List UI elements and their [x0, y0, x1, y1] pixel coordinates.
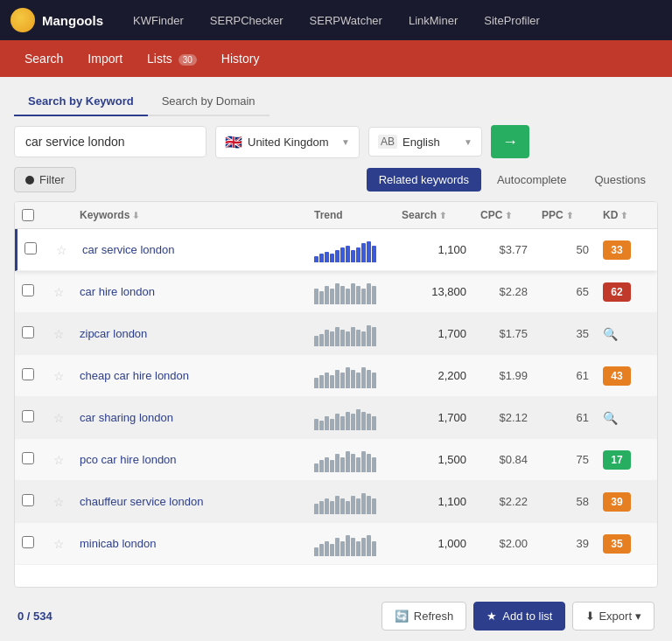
- row-checkbox[interactable]: [22, 536, 34, 548]
- table-row: ☆ zipcar london 1,700 $1.75 35 🔍: [15, 313, 657, 355]
- row-checkbox[interactable]: [22, 494, 34, 506]
- filter-button[interactable]: Filter: [14, 167, 76, 192]
- sub-nav-search[interactable]: Search: [14, 46, 74, 71]
- row-cpc-cell: $2.22: [473, 491, 535, 512]
- row-ppc-cell: 61: [535, 366, 596, 386]
- th-kd[interactable]: KD ⬆: [596, 209, 657, 221]
- uk-flag-icon: 🇬🇧: [225, 134, 242, 150]
- trend-bars: [314, 448, 388, 472]
- row-keyword-cell: car hire london: [73, 282, 307, 302]
- row-checkbox-cell[interactable]: [15, 449, 46, 470]
- row-cpc-cell: $2.00: [473, 533, 535, 554]
- keyword-text[interactable]: car sharing london: [80, 411, 173, 424]
- th-trend: Trend: [307, 209, 395, 221]
- trend-bars: [314, 238, 388, 262]
- row-checkbox[interactable]: [22, 284, 34, 296]
- keyword-text[interactable]: car service london: [82, 243, 175, 256]
- table-row: ☆ cheap car hire london 2,200 $1.99 61 4…: [15, 355, 657, 397]
- sub-nav-history[interactable]: History: [211, 46, 270, 71]
- keyword-text[interactable]: car hire london: [80, 285, 155, 298]
- row-checkbox-cell[interactable]: [18, 239, 49, 261]
- country-select[interactable]: 🇬🇧 United Kingdom ▼: [215, 126, 360, 158]
- ktype-related[interactable]: Related keywords: [367, 168, 481, 192]
- row-checkbox[interactable]: [22, 452, 34, 464]
- star-icon[interactable]: ☆: [53, 411, 65, 425]
- keyword-text[interactable]: cheap car hire london: [80, 369, 189, 382]
- row-checkbox[interactable]: [24, 242, 37, 254]
- keyword-text[interactable]: chauffeur service london: [80, 495, 203, 508]
- row-checkbox-cell[interactable]: [15, 281, 46, 303]
- keyword-text[interactable]: zipcar london: [80, 327, 147, 340]
- row-checkbox[interactable]: [22, 326, 34, 338]
- logo-area: Mangools: [10, 8, 103, 32]
- star-icon[interactable]: ☆: [53, 285, 65, 299]
- keyword-input[interactable]: [25, 135, 195, 149]
- lists-badge: 30: [178, 54, 197, 66]
- star-icon[interactable]: ☆: [53, 369, 65, 383]
- row-checkbox-cell[interactable]: [15, 407, 46, 428]
- row-cpc-cell: $1.99: [473, 366, 535, 386]
- row-search-cell: 1,500: [395, 449, 473, 470]
- logo-text: Mangools: [42, 13, 103, 28]
- keyword-input-wrap[interactable]: [14, 126, 206, 157]
- row-star-cell[interactable]: ☆: [49, 240, 75, 261]
- result-count: 0 / 534: [18, 610, 52, 623]
- star-icon[interactable]: ☆: [53, 495, 65, 509]
- nav-kwfinder[interactable]: KWFinder: [122, 9, 194, 32]
- row-checkbox-cell[interactable]: [15, 491, 46, 512]
- star-icon[interactable]: ☆: [53, 453, 65, 467]
- row-checkbox[interactable]: [22, 368, 34, 380]
- row-trend-cell: [307, 444, 395, 476]
- row-kd-cell: 🔍: [596, 408, 657, 428]
- trend-bars: [314, 364, 388, 388]
- language-dropdown-arrow: ▼: [464, 137, 472, 147]
- nav-serpwatcher[interactable]: SERPWatcher: [299, 9, 393, 32]
- kd-badge: 33: [603, 240, 631, 260]
- nav-linkminer[interactable]: LinkMiner: [398, 9, 468, 32]
- star-icon[interactable]: ☆: [56, 243, 67, 257]
- ktype-autocomplete[interactable]: Autocomplete: [485, 168, 579, 192]
- row-star-cell[interactable]: ☆: [46, 282, 73, 303]
- export-button[interactable]: ⬇ Export ▾: [572, 602, 654, 631]
- star-icon[interactable]: ☆: [53, 537, 65, 551]
- main-content: Search by Keyword Search by Domain 🇬🇧 Un…: [0, 77, 672, 641]
- th-keywords[interactable]: Keywords ⬇: [73, 209, 307, 221]
- row-checkbox-cell[interactable]: [15, 323, 46, 345]
- header-checkbox[interactable]: [22, 209, 34, 221]
- row-star-cell[interactable]: ☆: [46, 533, 73, 554]
- row-checkbox[interactable]: [22, 410, 34, 422]
- th-search[interactable]: Search ⬆: [395, 209, 473, 221]
- sub-nav-lists[interactable]: Lists 30: [136, 46, 207, 71]
- nav-siteprofiler[interactable]: SiteProfiler: [473, 9, 550, 32]
- th-ppc[interactable]: PPC ⬆: [535, 209, 596, 221]
- language-select[interactable]: AB English ▼: [368, 127, 482, 157]
- tab-search-by-domain[interactable]: Search by Domain: [148, 87, 270, 116]
- export-chevron-icon: ▾: [635, 610, 641, 623]
- add-to-list-button[interactable]: ★ Add to list: [473, 602, 565, 631]
- ktype-questions[interactable]: Questions: [582, 168, 658, 192]
- row-checkbox-cell[interactable]: [15, 533, 46, 554]
- keyword-text[interactable]: pco car hire london: [80, 453, 177, 466]
- row-cpc-cell: $2.12: [473, 408, 535, 428]
- top-nav: Mangools KWFinder SERPChecker SERPWatche…: [0, 0, 672, 40]
- tab-search-by-keyword[interactable]: Search by Keyword: [14, 87, 148, 116]
- th-star: [46, 209, 73, 221]
- row-star-cell[interactable]: ☆: [46, 408, 73, 428]
- star-icon[interactable]: ☆: [53, 327, 65, 341]
- row-kd-cell: 33: [596, 237, 657, 263]
- table-row: ☆ minicab london 1,000 $2.00 39 35: [15, 523, 657, 565]
- row-star-cell[interactable]: ☆: [46, 449, 73, 470]
- search-button[interactable]: →: [491, 125, 529, 158]
- row-star-cell[interactable]: ☆: [46, 366, 73, 387]
- refresh-button[interactable]: 🔄 Refresh: [382, 602, 467, 631]
- sub-nav-import[interactable]: Import: [77, 46, 133, 71]
- keyword-text[interactable]: minicab london: [80, 537, 156, 550]
- row-star-cell[interactable]: ☆: [46, 491, 73, 512]
- row-trend-cell: [307, 360, 395, 392]
- keywords-sort-icon: ⬇: [132, 211, 139, 220]
- nav-serpchecker[interactable]: SERPChecker: [200, 9, 294, 32]
- th-cpc[interactable]: CPC ⬆: [473, 209, 535, 221]
- row-star-cell[interactable]: ☆: [46, 324, 73, 345]
- row-checkbox-cell[interactable]: [15, 365, 46, 387]
- table-wrap: Keywords ⬇ Trend Search ⬆ CPC ⬆ PPC ⬆ KD…: [14, 201, 658, 588]
